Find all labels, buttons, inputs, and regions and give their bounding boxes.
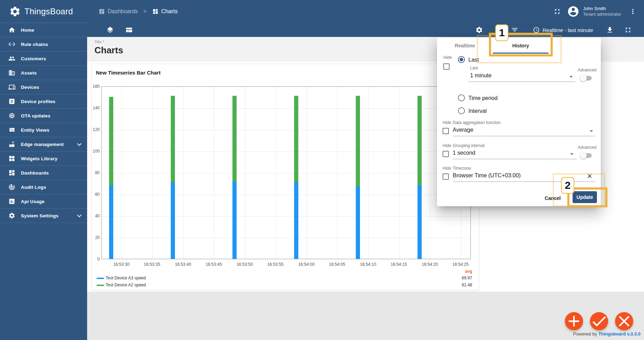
toolbar-fullscreen-button[interactable]: [621, 23, 635, 37]
thingsboard-logo-icon: [9, 6, 21, 17]
sidebar-item-edge-management[interactable]: Edge management: [0, 137, 87, 152]
track-changes-icon: [8, 184, 15, 191]
gridline: [102, 108, 470, 109]
manage-layouts-button[interactable]: [122, 23, 136, 37]
sidebar-item-entity-views[interactable]: Entity Views: [0, 123, 87, 137]
hide-aggregation-checkbox[interactable]: [443, 128, 449, 134]
gridline: [102, 130, 470, 130]
add-widget-button[interactable]: [565, 312, 583, 330]
bar-segment: [417, 185, 422, 259]
x-axis-label: 16:54:10: [356, 262, 380, 267]
fullscreen-button[interactable]: [550, 5, 564, 18]
apply-changes-button[interactable]: [590, 312, 608, 330]
tab-history[interactable]: History: [493, 38, 549, 54]
dashboard-icon: [99, 8, 105, 15]
timezone-clear-icon[interactable]: ✕: [587, 173, 592, 179]
update-button[interactable]: Update: [573, 191, 597, 203]
breadcrumb-dashboards-label: Dashboards: [108, 8, 138, 15]
x-axis-label: 16:53:45: [201, 262, 226, 267]
last-select-arrow-icon[interactable]: [569, 76, 573, 78]
hide-grouping-checkbox[interactable]: [443, 151, 449, 157]
grouping-advanced-toggle[interactable]: [580, 152, 592, 159]
gridline: [102, 238, 470, 238]
advanced-toggle[interactable]: [580, 75, 592, 82]
dashboard-icon: [152, 8, 159, 15]
sidebar-item-ota-updates[interactable]: OTA updates: [0, 109, 87, 123]
timezone-select[interactable]: Browser Time (UTC+03:00): [453, 172, 521, 179]
sidebar-item-device-profiles[interactable]: DDevice profiles: [0, 94, 87, 109]
tab-realtime[interactable]: Realtime: [437, 38, 493, 54]
top-header: Dashboards > Charts John Smith Tenant ad…: [87, 0, 644, 23]
dashboard-states-button[interactable]: [103, 23, 117, 37]
plus-icon: [565, 312, 583, 330]
dashboard-icon: [8, 169, 15, 176]
sidebar-item-audit-logs[interactable]: Audit Logs: [0, 180, 87, 194]
decline-changes-button[interactable]: [615, 312, 633, 330]
gridline: [368, 87, 369, 259]
sidebar-item-system-settings[interactable]: System Settings: [0, 209, 87, 223]
timeseries-bar-chart-widget[interactable]: New Timeseries Bar Chart 020406080100120…: [91, 64, 479, 290]
breadcrumb-dashboards[interactable]: Dashboards: [99, 8, 138, 15]
interval-radio[interactable]: [458, 107, 465, 114]
gridline: [102, 216, 470, 217]
timewindow-tabs: Realtime History: [437, 38, 601, 54]
breadcrumb-charts-label: Charts: [161, 8, 178, 15]
user-name: John Smith: [583, 6, 621, 11]
more-menu-button[interactable]: [626, 5, 640, 18]
time-period-radio[interactable]: [458, 94, 465, 101]
sidebar-item-label: Home: [21, 28, 34, 33]
x-axis-label: 16:53:50: [232, 262, 257, 267]
chevron-down-icon: [77, 213, 82, 217]
hide-timezone-checkbox[interactable]: [443, 173, 449, 180]
sidebar-item-home[interactable]: Home: [0, 23, 87, 37]
aggregation-select[interactable]: Average: [453, 127, 473, 133]
cancel-button[interactable]: Cancel: [542, 193, 564, 203]
last-radio[interactable]: [458, 56, 465, 63]
domain-icon: [8, 69, 15, 76]
y-axis-label: 0: [92, 257, 100, 262]
grouping-select[interactable]: 1 second: [453, 150, 475, 156]
home-icon: [8, 26, 15, 33]
timewindow-button[interactable]: Realtime - last minute: [528, 26, 598, 33]
avatar[interactable]: [567, 5, 580, 18]
sidebar-item-label: Assets: [21, 70, 37, 76]
sidebar-item-label: Device profiles: [21, 99, 55, 104]
sidebar-item-customers[interactable]: Customers: [0, 52, 87, 66]
sidebar-item-assets[interactable]: Assets: [0, 66, 87, 80]
export-dashboard-button[interactable]: [603, 23, 617, 37]
bar-segment: [356, 186, 360, 259]
x-axis-label: 16:54:20: [417, 262, 442, 267]
bar-segment: [294, 96, 298, 182]
legend-avg-value: 69.97: [462, 276, 472, 280]
sidebar-item-api-usage[interactable]: Api Usage: [0, 194, 87, 209]
dashboard-settings-button[interactable]: [472, 23, 486, 37]
aggregation-select-arrow-icon[interactable]: [590, 130, 593, 132]
sidebar-item-dashboards[interactable]: Dashboards: [0, 166, 87, 180]
last-value-select[interactable]: 1 minute: [470, 72, 491, 79]
time-period-radio-label: Time period: [468, 95, 498, 101]
sidebar-item-devices[interactable]: Devices: [0, 80, 87, 94]
dashboard-toolbar: Realtime - last minute: [87, 23, 644, 37]
gridline: [102, 173, 470, 173]
aggregation-underline: [453, 136, 595, 136]
legend-color-dash: [97, 285, 104, 286]
breadcrumb-charts: Charts: [152, 8, 178, 15]
user-block[interactable]: John Smith Tenant administrator: [583, 6, 621, 17]
sidebar-item-label: Rule chains: [21, 42, 48, 47]
widgets-icon: [8, 155, 15, 162]
chevron-down-icon: [77, 141, 82, 146]
sidebar-item-rule-chains[interactable]: Rule chains: [0, 37, 87, 52]
aggregation-label: Data aggregation function: [453, 120, 500, 125]
gridline: [214, 87, 214, 259]
thingsboard-version-link[interactable]: Thingsboard v.3.3.0: [598, 331, 641, 337]
grouping-select-arrow-icon[interactable]: [570, 153, 574, 155]
sidebar-item-widgets-library[interactable]: Widgets Library: [0, 152, 87, 166]
app-logo[interactable]: ThingsBoard: [0, 0, 87, 23]
hide-last-checkbox[interactable]: [443, 63, 450, 70]
gridline: [102, 152, 470, 152]
entity-aliases-button[interactable]: [508, 23, 522, 37]
y-axis-label: 20: [92, 235, 100, 240]
close-icon: [615, 312, 633, 330]
fullscreen-icon: [553, 8, 561, 15]
active-tab-indicator: [493, 53, 549, 54]
